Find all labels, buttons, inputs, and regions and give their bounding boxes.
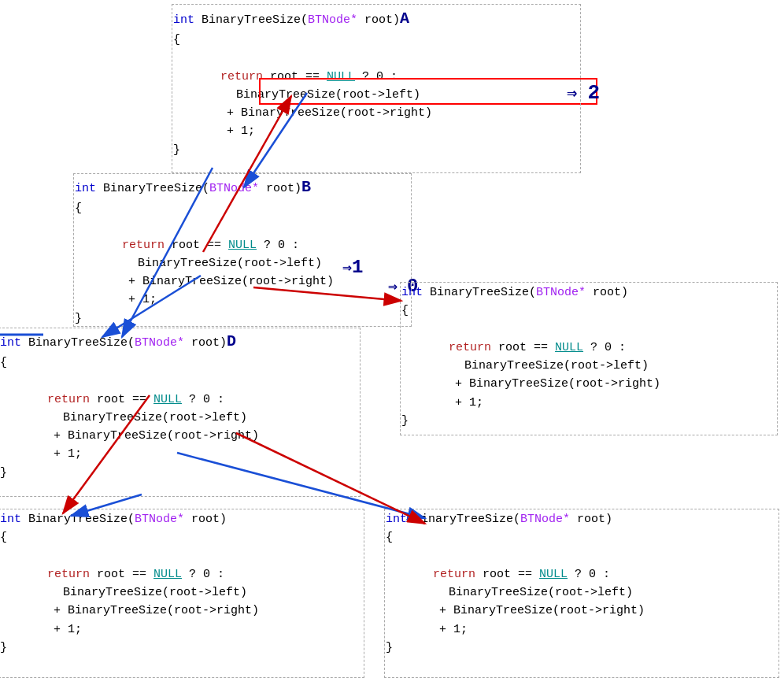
label-2: ⇒ 2	[567, 81, 600, 105]
code-area: int BinaryTreeSize(BTNode* root)A { retu…	[0, 0, 784, 689]
block-f-call1: BinaryTreeSize(root->left)	[449, 583, 645, 602]
block-e-call2: + BinaryTreeSize(root->right)	[54, 602, 259, 620]
block-e-return: return root == NULL ? 0 :	[47, 565, 259, 583]
block-d-line2: {	[0, 354, 259, 372]
block-b-call1: BinaryTreeSize(root->left)	[138, 254, 334, 272]
block-f-blank	[386, 547, 645, 565]
block-c: int BinaryTreeSize(BTNode* root) { retur…	[401, 283, 660, 430]
block-e-close: }	[0, 639, 259, 657]
block-c-plus1: + 1;	[455, 394, 660, 412]
block-c-line2: {	[401, 302, 660, 320]
block-d-call2: + BinaryTreeSize(root->right)	[54, 427, 259, 445]
block-f-call2: + BinaryTreeSize(root->right)	[439, 602, 645, 620]
block-d-line1: int BinaryTreeSize(BTNode* root)D	[0, 329, 259, 354]
block-e-blank	[0, 547, 259, 565]
block-f-plus1: + 1;	[439, 620, 645, 639]
block-b-blank	[75, 217, 334, 235]
block-e-call1: BinaryTreeSize(root->left)	[63, 583, 259, 602]
block-c-call2: + BinaryTreeSize(root->right)	[455, 375, 660, 393]
block-d-blank	[0, 372, 259, 390]
block-b-line1: int BinaryTreeSize(BTNode* root)B	[75, 175, 334, 199]
block-e-plus1: + 1;	[54, 620, 259, 639]
block-a: int BinaryTreeSize(BTNode* root)A { retu…	[173, 6, 432, 159]
block-e: int BinaryTreeSize(BTNode* root) { retur…	[0, 510, 259, 657]
block-d-close: }	[0, 464, 259, 482]
block-d-return: return root == NULL ? 0 :	[47, 391, 259, 409]
block-d: int BinaryTreeSize(BTNode* root)D { retu…	[0, 329, 259, 482]
block-f: int BinaryTreeSize(BTNode* root) { retur…	[386, 510, 645, 657]
block-f-line2: {	[386, 528, 645, 546]
block-a-plus1: + 1;	[227, 122, 432, 140]
block-c-close: }	[401, 412, 660, 430]
block-a-blank	[173, 49, 432, 67]
block-c-return: return root == NULL ? 0 :	[449, 339, 660, 357]
block-e-line2: {	[0, 528, 259, 546]
block-a-close: }	[173, 141, 432, 159]
block-d-call1: BinaryTreeSize(root->left)	[63, 409, 259, 427]
block-f-return: return root == NULL ? 0 :	[433, 565, 645, 583]
block-c-line1: int BinaryTreeSize(BTNode* root)	[401, 283, 660, 302]
block-b-close: }	[75, 309, 334, 328]
block-a-return: return root == NULL ? 0 :	[220, 68, 432, 86]
block-a-call1: BinaryTreeSize(root->left)	[236, 86, 432, 104]
block-c-blank	[401, 320, 660, 339]
block-c-call1: BinaryTreeSize(root->left)	[464, 357, 660, 375]
block-b-call2: + BinaryTreeSize(root->right)	[128, 272, 334, 291]
block-a-line1: int BinaryTreeSize(BTNode* root)A	[173, 6, 432, 31]
block-f-close: }	[386, 639, 645, 657]
label-1: ⇒1	[342, 257, 363, 278]
block-d-plus1: + 1;	[54, 445, 259, 463]
block-b-plus1: + 1;	[128, 291, 334, 309]
block-b-return: return root == NULL ? 0 :	[122, 236, 334, 254]
block-e-line1: int BinaryTreeSize(BTNode* root)	[0, 510, 259, 528]
block-b-line2: {	[75, 199, 334, 217]
block-a-line2: {	[173, 31, 432, 49]
block-b: int BinaryTreeSize(BTNode* root)B { retu…	[75, 175, 334, 328]
block-f-line1: int BinaryTreeSize(BTNode* root)	[386, 510, 645, 528]
block-a-call2: + BinaryTreeSize(root->right)	[227, 104, 432, 122]
